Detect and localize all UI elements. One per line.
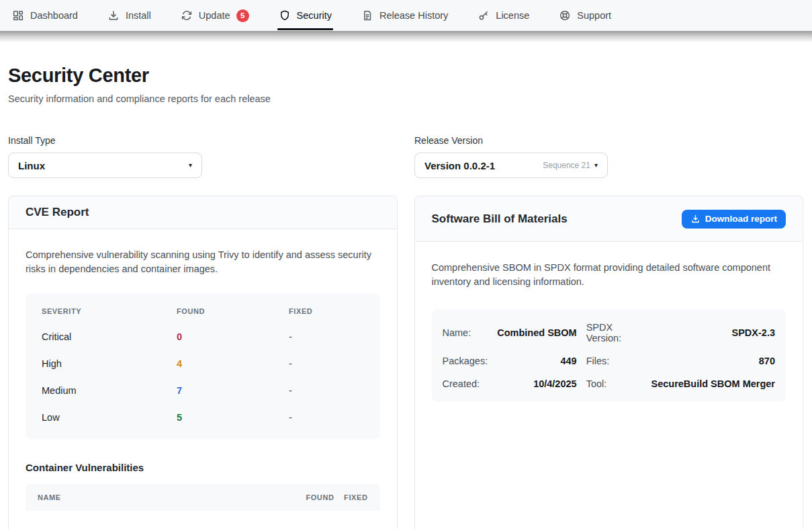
name-col-header: NAME [38, 493, 291, 501]
cve-report-description: Comprehensive vulnerability scanning usi… [26, 248, 380, 276]
nav-item-label: Support [577, 10, 611, 21]
severity-fixed-count: - [289, 385, 364, 396]
install-type-select[interactable]: Linux ▾ [8, 153, 202, 178]
severity-table: SEVERITY FOUND FIXED Critical 0 - High 4… [26, 294, 380, 439]
nav-item-label: Security [297, 10, 332, 21]
fixed-col-header: FIXED [289, 307, 364, 315]
found-col-header: FOUND [177, 307, 289, 315]
severity-found-count: 7 [177, 385, 289, 396]
sbom-detail-value: 870 [651, 350, 775, 372]
sbom-detail-label: Files: [586, 350, 642, 372]
install-type-filter: Install Type Linux ▾ [8, 135, 202, 178]
update-count-badge: 5 [236, 9, 249, 22]
sbom-details-grid: Name: Combined SBOM SPDX Version: SPDX-2… [432, 309, 786, 402]
sbom-detail-label: Created: [443, 372, 488, 395]
container-vulnerabilities-title: Container Vulnerabilities [26, 462, 380, 473]
severity-fixed-count: - [289, 331, 364, 342]
cve-report-body: Comprehensive vulnerability scanning usi… [9, 229, 397, 529]
nav-shadow-divider [0, 31, 812, 42]
cve-report-title: CVE Report [26, 206, 89, 219]
nav-item-label: Install [126, 10, 151, 21]
release-version-label: Release Version [414, 135, 608, 146]
severity-found-count: 0 [177, 331, 289, 342]
severity-found-count: 5 [177, 412, 289, 423]
release-version-select[interactable]: Version 0.0.2-1 Sequence 21 ▾ [414, 153, 608, 178]
found-col-header: FOUND [291, 493, 334, 501]
key-icon [478, 9, 490, 22]
sbom-detail-value: 10/4/2025 [497, 372, 576, 395]
release-version-filter: Release Version Version 0.0.2-1 Sequence… [414, 135, 608, 178]
release-version-value: Version 0.0.2-1 [424, 160, 495, 171]
nav-item-label: Update [199, 10, 230, 21]
container-vulnerabilities-table-header: NAME FOUND FIXED [26, 484, 380, 511]
sbom-card: Software Bill of Materials Download repo… [414, 196, 804, 529]
severity-name: Critical [42, 331, 177, 342]
nav-item-dashboard[interactable]: Dashboard [12, 0, 78, 31]
table-row: High 4 - [42, 350, 364, 377]
sbom-detail-value: SPDX-2.3 [651, 316, 775, 350]
fixed-col-header: FIXED [334, 493, 368, 501]
sbom-detail-value: SecureBuild SBOM Merger [651, 372, 775, 395]
download-report-label: Download report [705, 214, 777, 224]
cve-report-header: CVE Report [9, 196, 397, 229]
severity-table-header: SEVERITY FOUND FIXED [42, 299, 364, 323]
main-content: Security Center Security information and… [0, 65, 812, 529]
install-type-label: Install Type [8, 135, 202, 146]
nav-item-release-history[interactable]: Release History [361, 0, 448, 31]
refresh-icon [181, 9, 193, 22]
lifebuoy-icon [559, 9, 571, 22]
release-sequence-label: Sequence 21 [543, 161, 590, 170]
top-nav: Dashboard Install Update 5 Security Rele… [0, 0, 812, 31]
severity-col-header: SEVERITY [42, 307, 177, 315]
cve-report-card: CVE Report Comprehensive vulnerability s… [8, 196, 398, 529]
severity-fixed-count: - [289, 412, 364, 423]
download-report-button[interactable]: Download report [682, 210, 786, 229]
sbom-detail-value: Combined SBOM [497, 316, 576, 350]
filters-row: Install Type Linux ▾ Release Version Ver… [8, 135, 803, 178]
nav-item-label: Release History [379, 10, 448, 21]
sbom-detail-label: Name: [443, 316, 488, 350]
severity-name: High [42, 358, 177, 369]
chevron-down-icon: ▾ [594, 162, 598, 169]
nav-item-update[interactable]: Update 5 [181, 0, 249, 31]
nav-item-label: Dashboard [30, 10, 78, 21]
document-icon [361, 9, 373, 22]
sbom-title: Software Bill of Materials [432, 212, 568, 226]
download-icon [107, 9, 120, 22]
nav-item-install[interactable]: Install [107, 0, 151, 31]
install-type-value: Linux [18, 160, 45, 171]
table-row: Medium 7 - [42, 377, 364, 404]
nav-item-license[interactable]: License [478, 0, 529, 31]
table-row: Low 5 - [42, 404, 364, 431]
sbom-body: Comprehensive SBOM in SPDX format provid… [415, 242, 803, 421]
nav-item-security[interactable]: Security [279, 0, 332, 31]
sbom-header: Software Bill of Materials Download repo… [415, 196, 803, 242]
dashboard-icon [12, 9, 24, 22]
page-subtitle: Security information and compliance repo… [8, 93, 803, 104]
nav-item-label: License [496, 10, 529, 21]
sbom-detail-label: Packages: [443, 350, 488, 372]
table-row: Critical 0 - [42, 323, 364, 350]
sbom-description: Comprehensive SBOM in SPDX format provid… [432, 261, 786, 289]
cards-row: CVE Report Comprehensive vulnerability s… [8, 196, 803, 529]
sbom-detail-label: SPDX Version: [586, 316, 642, 350]
sbom-detail-label: Tool: [586, 372, 642, 395]
download-icon [690, 214, 701, 224]
sbom-detail-value: 449 [497, 350, 576, 372]
severity-found-count: 4 [177, 358, 289, 369]
severity-name: Medium [42, 385, 177, 396]
nav-item-support[interactable]: Support [559, 0, 611, 31]
page-title: Security Center [8, 65, 803, 87]
severity-fixed-count: - [289, 358, 364, 369]
chevron-down-icon: ▾ [189, 162, 192, 169]
severity-name: Low [42, 412, 177, 423]
shield-icon [279, 9, 291, 22]
